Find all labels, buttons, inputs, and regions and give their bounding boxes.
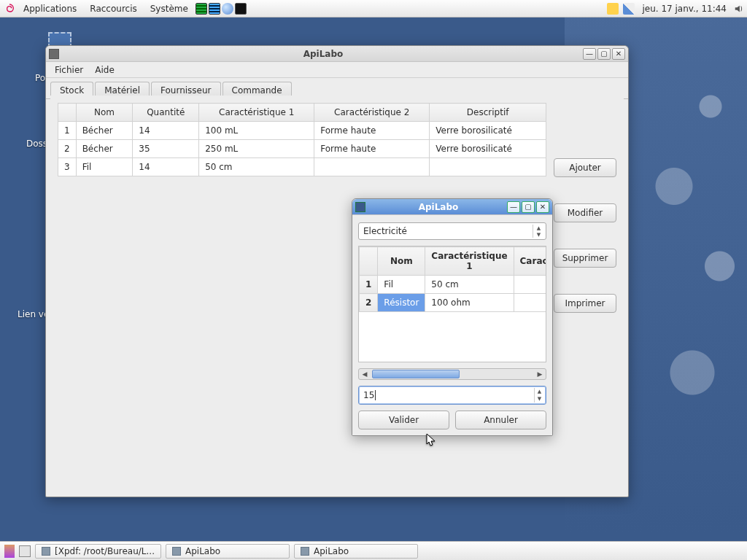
task-apilabo1-icon bbox=[172, 547, 181, 556]
col-carac2[interactable]: Caractéristique 2 bbox=[314, 104, 430, 122]
main-titlebar[interactable]: ApiLabo — ▢ ✕ bbox=[46, 46, 628, 62]
top-panel: Applications Raccourcis Système jeu. 17 … bbox=[0, 0, 747, 18]
validate-button[interactable]: Valider bbox=[358, 411, 449, 429]
volume-icon[interactable] bbox=[734, 4, 744, 14]
table-cell[interactable]: 14 bbox=[133, 122, 199, 140]
task-xpdf-icon bbox=[42, 547, 50, 556]
task-apilabo2-icon bbox=[301, 547, 309, 556]
terminal-icon[interactable] bbox=[235, 3, 247, 15]
table-cell[interactable]: Résistor bbox=[378, 294, 425, 312]
task-xpdf-label: [Xpdf: /root/Bureau/L... bbox=[55, 546, 155, 556]
table-row[interactable]: 2Bécher35250 mLForme hauteVerre borosili… bbox=[58, 140, 546, 158]
table-cell[interactable]: Bécher bbox=[76, 140, 133, 158]
table-cell[interactable]: 3 bbox=[58, 158, 77, 176]
dialog-table[interactable]: Nom Caractéristique 1 Carac 1Fil50 cm2Ré… bbox=[359, 246, 546, 312]
panel-menu-shortcuts[interactable]: Raccourcis bbox=[84, 2, 142, 15]
table-cell[interactable]: 100 ohm bbox=[425, 294, 514, 312]
bottom-panel: [Xpdf: /root/Bureau/L... ApiLabo ApiLabo bbox=[0, 541, 747, 560]
workspace-switcher-icon[interactable] bbox=[19, 545, 31, 557]
window-app-icon bbox=[49, 49, 59, 59]
table-cell[interactable]: Fil bbox=[378, 276, 425, 294]
table-cell[interactable]: Verre borosilicaté bbox=[430, 122, 546, 140]
cancel-button[interactable]: Annuler bbox=[455, 411, 546, 429]
table-row[interactable]: 2Résistor100 ohm bbox=[360, 294, 547, 312]
table-cell[interactable]: 35 bbox=[133, 140, 199, 158]
delete-button[interactable]: Supprimer bbox=[554, 249, 616, 268]
table-cell[interactable]: 1 bbox=[58, 122, 77, 140]
clock[interactable]: jeu. 17 janv., 11:44 bbox=[639, 4, 729, 14]
show-desktop-icon[interactable] bbox=[4, 545, 15, 558]
main-title: ApiLabo bbox=[63, 49, 583, 59]
table-cell[interactable]: Fil bbox=[76, 158, 133, 176]
side-buttons: Ajouter Modifier Supprimer Imprimer bbox=[554, 96, 624, 492]
panel-menu-applications[interactable]: Applications bbox=[18, 2, 82, 15]
network-globe-icon[interactable] bbox=[222, 3, 233, 15]
quantity-spinner-icon[interactable]: ▲▼ bbox=[534, 388, 544, 402]
add-button[interactable]: Ajouter bbox=[554, 158, 616, 177]
table-row[interactable]: 1Bécher14100 mLForme hauteVerre borosili… bbox=[58, 122, 546, 140]
print-button[interactable]: Imprimer bbox=[554, 294, 616, 313]
system-monitor-icon[interactable] bbox=[196, 3, 207, 15]
dialog-table-wrap: Nom Caractéristique 1 Carac 1Fil50 cm2Ré… bbox=[358, 246, 546, 362]
dialog-app-icon bbox=[355, 202, 365, 212]
table-cell[interactable]: 100 mL bbox=[199, 122, 314, 140]
col-nom[interactable]: Nom bbox=[76, 104, 133, 122]
dialog-window: ApiLabo — ▢ ✕ Electricité ▲▼ Nom Caracté… bbox=[352, 198, 553, 436]
dialog-maximize-button[interactable]: ▢ bbox=[522, 201, 535, 213]
close-button[interactable]: ✕ bbox=[612, 48, 625, 60]
menu-help[interactable]: Aide bbox=[89, 63, 120, 77]
stock-table[interactable]: Nom Quantité Caractéristique 1 Caractéri… bbox=[58, 103, 546, 176]
table-cell[interactable]: 50 cm bbox=[199, 158, 314, 176]
dialog-hscrollbar[interactable]: ◀ ▶ bbox=[358, 368, 546, 380]
task-xpdf[interactable]: [Xpdf: /root/Bureau/L... bbox=[35, 544, 161, 559]
col-quantite[interactable]: Quantité bbox=[133, 104, 199, 122]
debian-logo-icon[interactable] bbox=[3, 2, 16, 15]
scroll-thumb[interactable] bbox=[372, 370, 460, 378]
scroll-left-icon[interactable]: ◀ bbox=[359, 370, 371, 378]
table-cell[interactable]: Bécher bbox=[76, 122, 133, 140]
category-combo[interactable]: Electricité ▲▼ bbox=[358, 222, 546, 240]
tray-app-icon[interactable] bbox=[607, 3, 619, 15]
scroll-right-icon[interactable]: ▶ bbox=[534, 370, 546, 378]
desktop-label-2[interactable]: Doss bbox=[26, 139, 47, 149]
dialog-close-button[interactable]: ✕ bbox=[536, 201, 549, 213]
quantity-input[interactable]: 15 ▲▼ bbox=[358, 386, 546, 405]
col-rownum[interactable] bbox=[58, 104, 77, 122]
table-cell[interactable]: Verre borosilicaté bbox=[430, 140, 546, 158]
dcol-carac1[interactable]: Caractéristique 1 bbox=[425, 247, 514, 276]
menu-file[interactable]: Fichier bbox=[49, 63, 89, 77]
table-cell[interactable]: 250 mL bbox=[199, 140, 314, 158]
task-apilabo1-label: ApiLabo bbox=[185, 546, 220, 556]
task-apilabo-2[interactable]: ApiLabo bbox=[294, 544, 418, 559]
table-cell[interactable] bbox=[314, 158, 430, 176]
table-cell[interactable] bbox=[514, 276, 546, 294]
dcol-nom[interactable]: Nom bbox=[378, 247, 425, 276]
table-cell[interactable] bbox=[430, 158, 546, 176]
dcol-rownum[interactable] bbox=[360, 247, 378, 276]
maximize-button[interactable]: ▢ bbox=[597, 48, 611, 60]
network-status-icon[interactable] bbox=[623, 3, 635, 15]
table-cell[interactable]: 14 bbox=[133, 158, 199, 176]
task-apilabo-1[interactable]: ApiLabo bbox=[166, 544, 290, 559]
col-descriptif[interactable]: Descriptif bbox=[430, 104, 546, 122]
minimize-button[interactable]: — bbox=[583, 48, 596, 60]
table-row[interactable]: 3Fil1450 cm bbox=[58, 158, 546, 176]
panel-menu-system[interactable]: Système bbox=[144, 2, 194, 15]
category-value: Electricité bbox=[363, 226, 407, 236]
system-monitor2-icon[interactable] bbox=[209, 3, 220, 15]
table-row[interactable]: 1Fil50 cm bbox=[360, 276, 547, 294]
desktop-label-3[interactable]: Lien ve bbox=[18, 309, 49, 319]
dialog-titlebar[interactable]: ApiLabo — ▢ ✕ bbox=[352, 199, 552, 215]
modify-button[interactable]: Modifier bbox=[554, 203, 616, 222]
dcol-carac2[interactable]: Carac bbox=[514, 247, 546, 276]
table-cell[interactable]: Forme haute bbox=[314, 140, 430, 158]
table-cell[interactable]: 2 bbox=[360, 294, 378, 312]
dialog-minimize-button[interactable]: — bbox=[507, 201, 520, 213]
table-cell[interactable]: 1 bbox=[360, 276, 378, 294]
table-cell[interactable]: Forme haute bbox=[314, 122, 430, 140]
table-cell[interactable]: 2 bbox=[58, 140, 77, 158]
table-cell[interactable] bbox=[514, 294, 546, 312]
table-cell[interactable]: 50 cm bbox=[425, 276, 514, 294]
combo-spinner-icon[interactable]: ▲▼ bbox=[533, 225, 544, 238]
col-carac1[interactable]: Caractéristique 1 bbox=[199, 104, 314, 122]
